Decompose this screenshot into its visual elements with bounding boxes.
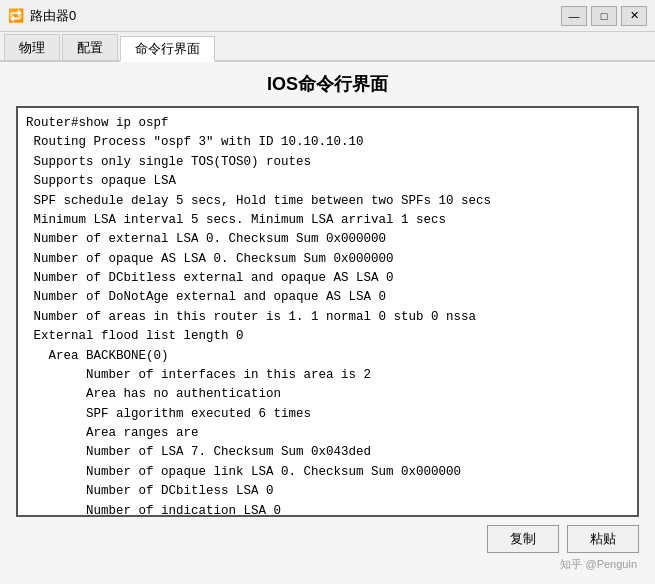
- maximize-button[interactable]: □: [591, 6, 617, 26]
- title-bar-left: 🔁 路由器0: [8, 7, 76, 25]
- minimize-button[interactable]: —: [561, 6, 587, 26]
- terminal-wrapper: Router#show ip ospf Routing Process "osp…: [16, 106, 639, 517]
- terminal-output[interactable]: Router#show ip ospf Routing Process "osp…: [18, 108, 637, 515]
- router-icon: 🔁: [8, 8, 24, 24]
- tab-bar: 物理 配置 命令行界面: [0, 32, 655, 62]
- close-button[interactable]: ✕: [621, 6, 647, 26]
- copy-button[interactable]: 复制: [487, 525, 559, 553]
- title-controls: — □ ✕: [561, 6, 647, 26]
- window-title: 路由器0: [30, 7, 76, 25]
- button-bar: 复制 粘贴: [16, 517, 639, 557]
- title-bar: 🔁 路由器0 — □ ✕: [0, 0, 655, 32]
- main-content: IOS命令行界面 Router#show ip ospf Routing Pro…: [0, 62, 655, 584]
- page-title: IOS命令行界面: [16, 72, 639, 96]
- watermark: 知乎 @Penguin: [16, 557, 639, 574]
- paste-button[interactable]: 粘贴: [567, 525, 639, 553]
- tab-physics[interactable]: 物理: [4, 34, 60, 60]
- tab-config[interactable]: 配置: [62, 34, 118, 60]
- tab-cli[interactable]: 命令行界面: [120, 36, 215, 62]
